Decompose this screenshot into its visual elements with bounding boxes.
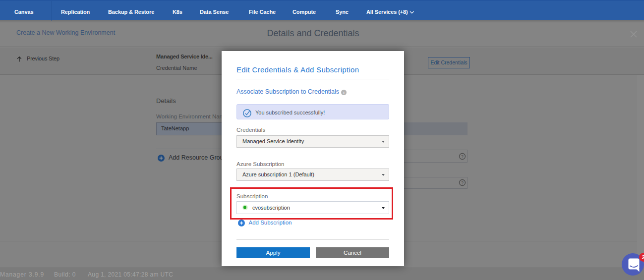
- svg-text:i: i: [343, 90, 344, 95]
- svg-text:?: ?: [461, 154, 464, 159]
- svg-text:?: ?: [461, 180, 464, 185]
